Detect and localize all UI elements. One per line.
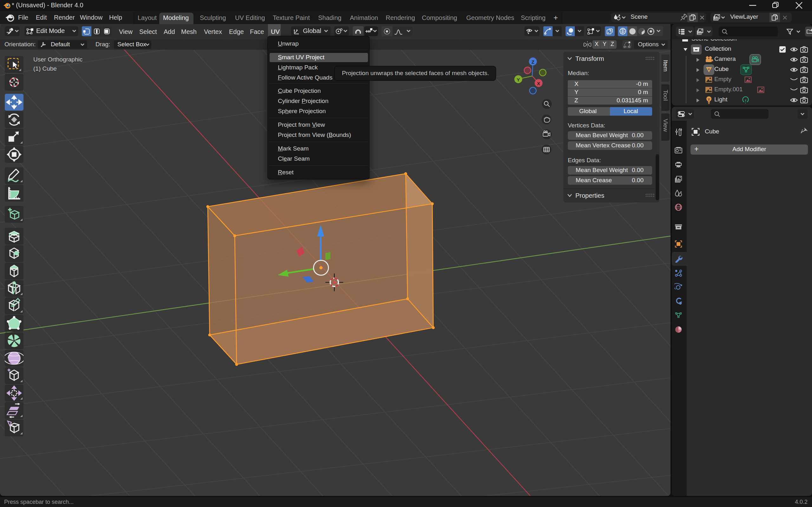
svg-text:X: X xyxy=(537,81,540,86)
svg-text:Y: Y xyxy=(517,77,520,82)
svg-text:Z: Z xyxy=(531,59,534,65)
